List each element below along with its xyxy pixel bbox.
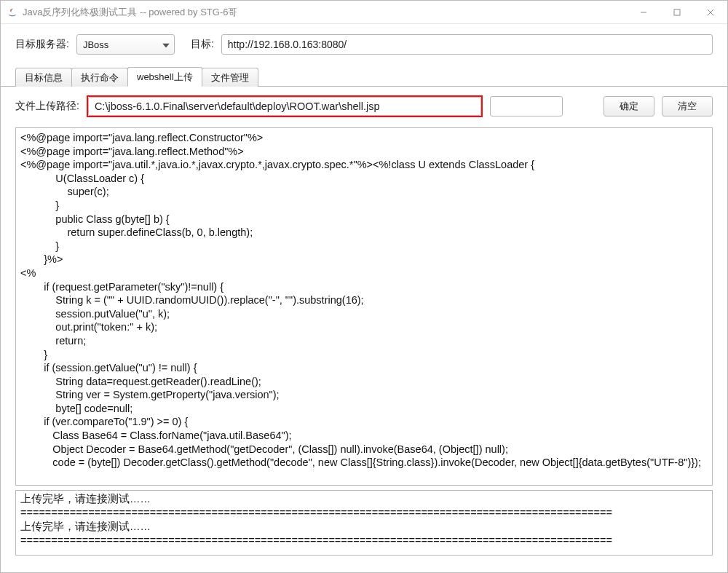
target-url-input[interactable] [221, 34, 713, 55]
svg-marker-4 [162, 44, 170, 48]
target-server-label: 目标服务器: [15, 38, 69, 51]
minimize-button[interactable] [627, 1, 660, 23]
code-wrapper [15, 127, 713, 486]
close-button[interactable] [694, 1, 727, 23]
tab-label: 执行命令 [81, 72, 119, 83]
upload-path-input[interactable] [88, 97, 481, 116]
tab-label: 文件管理 [211, 72, 249, 83]
upload-extra-input[interactable] [490, 96, 563, 116]
maximize-button[interactable] [660, 1, 694, 23]
tab-webshell-upload[interactable]: webshell上传 [127, 67, 202, 87]
tab-target-info[interactable]: 目标信息 [15, 68, 72, 87]
confirm-button[interactable]: 确定 [604, 96, 654, 116]
chevron-down-icon [162, 39, 170, 50]
java-icon [7, 7, 18, 18]
svg-rect-1 [674, 9, 680, 15]
status-wrapper [15, 490, 713, 556]
tab-file-manage[interactable]: 文件管理 [202, 68, 258, 87]
tab-exec-command[interactable]: 执行命令 [71, 68, 128, 87]
upload-path-highlight [87, 95, 483, 117]
server-select-value: JBoss [83, 39, 108, 50]
titlebar: Java反序列化终极测试工具 -- powered by STG-6哥 [1, 1, 727, 24]
status-textarea[interactable] [16, 491, 712, 555]
code-textarea[interactable] [16, 128, 712, 485]
server-select[interactable]: JBoss [76, 34, 175, 55]
clear-button[interactable]: 清空 [662, 96, 713, 116]
upload-path-row: 文件上传路径: 确定 清空 [1, 87, 727, 125]
tab-label: webshell上传 [137, 71, 193, 82]
target-label: 目标: [191, 38, 214, 51]
tab-label: 目标信息 [25, 72, 63, 83]
target-row: 目标服务器: JBoss 目标: [1, 24, 727, 62]
window-title: Java反序列化终极测试工具 -- powered by STG-6哥 [23, 6, 237, 19]
tab-row: 目标信息 执行命令 webshell上传 文件管理 [1, 65, 727, 87]
upload-path-label: 文件上传路径: [15, 100, 79, 113]
